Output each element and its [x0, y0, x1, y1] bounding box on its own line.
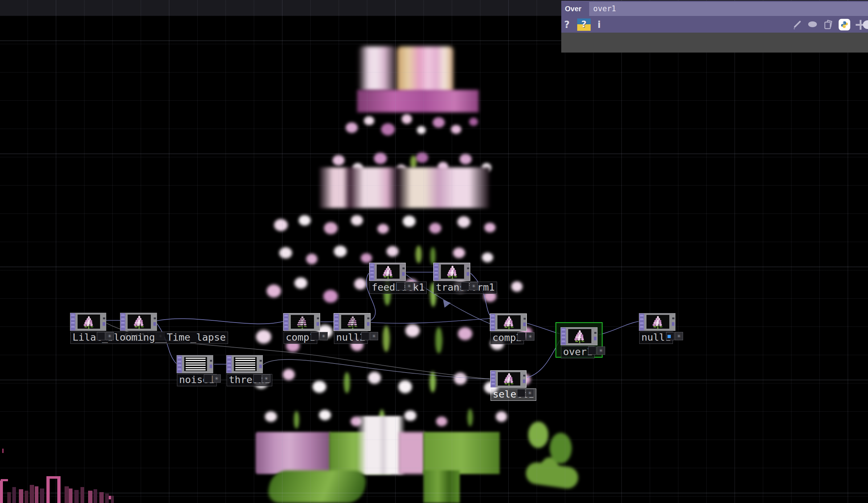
node-flag-badge[interactable]	[311, 332, 319, 340]
node-thresh1[interactable]	[226, 355, 263, 373]
node-preview-thumbnail	[341, 315, 364, 329]
parameter-panel-body	[561, 33, 868, 53]
node-wires	[0, 0, 868, 503]
info-icon[interactable]: i	[598, 19, 601, 30]
display-flag-dot	[667, 335, 671, 338]
node-preview-thumbnail	[646, 315, 669, 329]
node-star-badge[interactable]: ✳	[675, 332, 683, 340]
node-preview-thumbnail	[78, 315, 100, 329]
node-preview-thumbnail	[377, 265, 400, 279]
node-flag-strip[interactable]	[120, 313, 125, 331]
node-noise1[interactable]	[177, 355, 213, 373]
node-preview-thumbnail	[568, 329, 591, 343]
wire-fit1-to-comp1[interactable]	[157, 319, 283, 324]
node-star-badge[interactable]: ✳	[106, 332, 114, 340]
parameter-dialog-header: Over over1 ? ? i	[561, 1, 868, 33]
wire-select1-to-over1[interactable]	[527, 340, 560, 378]
node-star-badge[interactable]: ✳	[319, 332, 328, 340]
node-flag-badge[interactable]	[204, 374, 212, 383]
node-flag-strip[interactable]	[490, 314, 495, 331]
node-flag-badge[interactable]	[588, 346, 596, 355]
node-star-badge[interactable]: ✳	[212, 374, 221, 383]
node-output-connector[interactable]	[259, 356, 263, 373]
operator-type-label: Over	[565, 5, 582, 13]
node-flag-badge[interactable]	[666, 332, 674, 340]
node-lilac[interactable]	[70, 313, 106, 331]
node-flag-strip[interactable]	[491, 371, 496, 387]
node-preview-thumbnail	[441, 265, 464, 279]
node-preview-thumbnail	[291, 315, 314, 329]
node-flag-strip[interactable]	[70, 313, 75, 331]
node-flag-badge[interactable]	[361, 332, 369, 340]
node-output-connector[interactable]	[522, 371, 526, 387]
node-select1[interactable]	[490, 370, 526, 388]
node-star-badge[interactable]: ✳	[405, 282, 413, 290]
node-output-connector[interactable]	[316, 313, 320, 331]
node-null2[interactable]	[334, 313, 371, 331]
node-flag-badge[interactable]	[97, 332, 105, 340]
operator-name-field[interactable]: over1	[589, 2, 868, 16]
node-preview-thumbnail	[234, 357, 257, 371]
node-preview-thumbnail	[184, 357, 207, 371]
node-flag-badge[interactable]	[461, 282, 469, 290]
node-output-connector[interactable]	[466, 263, 470, 280]
node-output-connector[interactable]	[401, 263, 405, 280]
help-icon[interactable]: ?	[564, 19, 570, 30]
node-preview-thumbnail	[497, 315, 521, 329]
node-over1[interactable]	[561, 327, 598, 345]
node-null1[interactable]	[639, 313, 675, 331]
node-star-badge[interactable]: ✳	[526, 332, 534, 341]
network-editor[interactable]: fit1✳Lilac_blooming__Time_lapse✳comp1✳nu…	[0, 0, 868, 503]
node-flag-strip[interactable]	[227, 356, 232, 373]
node-flag-badge[interactable]	[396, 282, 405, 290]
node-star-badge[interactable]: ✳	[370, 332, 378, 340]
node-output-connector[interactable]	[366, 313, 370, 331]
node-output-connector[interactable]	[209, 356, 213, 373]
node-output-connector[interactable]	[671, 313, 675, 331]
node-flag-strip[interactable]	[284, 313, 289, 331]
wire-direction-arrow	[443, 300, 451, 308]
node-preview-thumbnail	[498, 372, 520, 386]
node-star-badge[interactable]: ✳	[262, 374, 270, 383]
node-flag-strip[interactable]	[561, 328, 566, 345]
node-flag-badge[interactable]	[253, 374, 262, 383]
node-feedback1[interactable]	[369, 263, 406, 281]
edit-pencil-icon[interactable]	[792, 19, 803, 30]
node-flag-strip[interactable]	[177, 356, 182, 373]
node-comp1[interactable]	[283, 313, 320, 331]
wire-thresh1-to-select1[interactable]	[263, 359, 490, 379]
node-output-connector[interactable]	[522, 314, 526, 331]
node-output-connector[interactable]	[593, 328, 597, 345]
node-star-badge[interactable]: ✳	[470, 282, 478, 290]
node-label-lilac[interactable]: Lilac_blooming__Time_lapse	[70, 332, 228, 344]
node-output-connector[interactable]	[153, 313, 157, 331]
node-flag-strip[interactable]	[639, 313, 644, 331]
comment-bubble-icon[interactable]	[807, 19, 818, 30]
node-output-connector[interactable]	[102, 313, 106, 331]
node-flag-strip[interactable]	[434, 263, 439, 280]
node-flag-strip[interactable]	[334, 313, 339, 331]
node-preview-thumbnail	[128, 315, 151, 329]
parameter-dialog: Over over1 ? ? i	[561, 1, 868, 53]
node-fit1[interactable]	[120, 313, 157, 331]
python-help-icon[interactable]: ?	[577, 18, 591, 31]
parameter-dialog-toolbar: ? ? i	[561, 17, 868, 33]
copy-parameters-icon[interactable]	[823, 19, 834, 30]
node-flag-badge[interactable]	[517, 332, 526, 341]
node-transform1[interactable]	[433, 263, 470, 281]
wire-transform1-to-comp2[interactable]	[471, 273, 490, 316]
node-flag-strip[interactable]	[369, 263, 375, 280]
wire-over1-to-null1[interactable]	[599, 321, 638, 335]
node-flag-badge[interactable]	[517, 389, 525, 397]
node-star-badge[interactable]: ✳	[526, 389, 534, 397]
wire-null2-to-comp2[interactable]	[371, 319, 490, 323]
node-comp2[interactable]	[490, 313, 527, 331]
python-expressions-icon[interactable]	[839, 19, 850, 30]
node-star-badge[interactable]: ✳	[597, 346, 605, 355]
